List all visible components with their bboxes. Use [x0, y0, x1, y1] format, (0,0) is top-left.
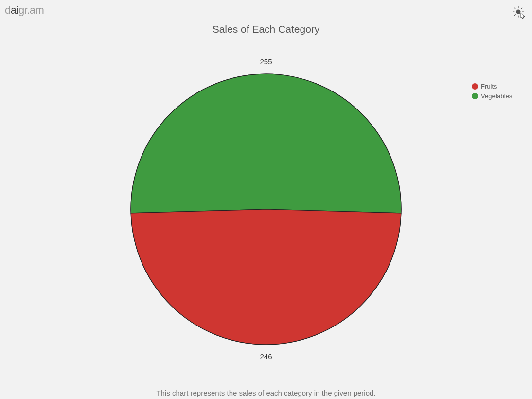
logo-pre: d — [5, 4, 11, 16]
sun-icon — [512, 5, 525, 18]
theme-toggle-button[interactable] — [510, 3, 527, 20]
logo-post: gr.am — [18, 4, 44, 16]
logo-accent: ai — [11, 4, 18, 16]
legend-label: Fruits — [481, 83, 497, 90]
app-logo[interactable]: daigr.am — [5, 4, 44, 17]
legend-swatch — [472, 83, 478, 90]
svg-line-5 — [514, 8, 515, 9]
pie-chart: 255246 — [0, 49, 532, 370]
legend-item-fruits[interactable]: Fruits — [472, 83, 512, 90]
pie-slice[interactable] — [131, 209, 401, 345]
svg-line-8 — [521, 8, 522, 9]
svg-line-6 — [521, 15, 522, 16]
legend-label: Vegetables — [481, 92, 512, 100]
chart-title: Sales of Each Category — [0, 23, 532, 35]
svg-line-7 — [514, 15, 515, 16]
svg-point-0 — [516, 10, 521, 14]
legend-swatch — [472, 93, 478, 99]
slice-label-bottom: 246 — [260, 352, 272, 361]
slice-label-top: 255 — [260, 57, 272, 66]
legend-item-vegetables[interactable]: Vegetables — [472, 92, 512, 100]
chart-caption: This chart represents the sales of each … — [0, 389, 532, 397]
legend: Fruits Vegetables — [472, 83, 512, 102]
pie-slice[interactable] — [131, 74, 401, 213]
